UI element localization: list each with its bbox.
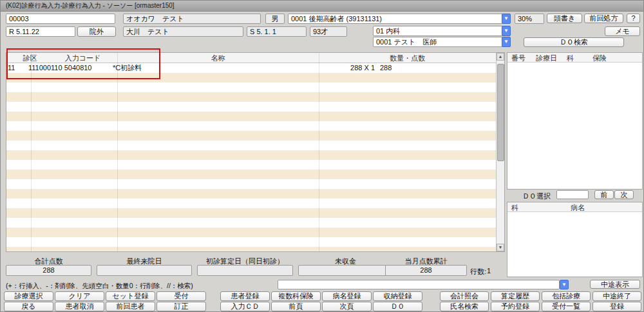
order-row-empty[interactable] — [6, 141, 496, 150]
ingai-button[interactable]: 院外 — [77, 26, 116, 37]
santei-rireki-button[interactable]: 算定履歴 — [491, 291, 540, 301]
zenkai-shoho-button[interactable]: 前回処方 — [584, 14, 623, 23]
uketsuke-button[interactable]: 受付 — [156, 291, 206, 301]
order-row-empty[interactable] — [6, 189, 496, 199]
order-row-empty[interactable] — [6, 121, 496, 131]
month-points-field: 288 — [385, 265, 467, 276]
order-row-empty[interactable] — [6, 237, 496, 247]
order-row-empty[interactable] — [6, 131, 496, 141]
chuto-shuryo-button[interactable]: 中途終了 — [592, 291, 641, 301]
toroku-button[interactable]: 登録 — [592, 302, 641, 311]
clear-button[interactable]: クリア — [55, 291, 104, 301]
col-input-code: 入力コード — [48, 54, 117, 63]
column-divider — [319, 53, 319, 251]
order-row-empty[interactable] — [6, 208, 496, 218]
department-dropdown-arrow-icon[interactable]: ▼ — [502, 26, 511, 36]
shimei-kensaku-button[interactable]: 氏名検索 — [440, 302, 489, 311]
do-next-button[interactable]: 次 — [614, 190, 634, 199]
scroll-down-icon[interactable]: ▼ — [497, 244, 504, 251]
order-table-scrollbar[interactable]: ▲ ▼ — [496, 53, 504, 251]
order-row-empty[interactable] — [6, 218, 496, 228]
order-row-points: 288 — [380, 63, 392, 73]
set-toroku-button[interactable]: セット登録 — [106, 291, 155, 301]
order-row-empty[interactable] — [6, 170, 496, 179]
order-row-empty[interactable] — [6, 247, 496, 251]
zenkai-kanja-button[interactable]: 前回患者 — [106, 302, 155, 311]
patient-kanji-name: 大川 テスト — [123, 26, 243, 37]
teisei-button[interactable]: 訂正 — [156, 302, 206, 311]
do-search-button[interactable]: ＤＯ検索 — [524, 37, 624, 47]
do-button[interactable]: ＤＯ — [373, 302, 422, 311]
order-row-empty[interactable] — [6, 228, 496, 237]
department-select[interactable]: 01 内科 — [373, 26, 511, 36]
prev-page-button[interactable]: 前頁 — [271, 302, 321, 311]
order-table[interactable]: 診区 入力コード 名称 数量・点数 11 111000110 5040810 *… — [6, 52, 505, 252]
do-history-header: 番号 診療日 科 保険 — [507, 53, 642, 63]
do-history-panel[interactable]: 番号 診療日 科 保険 — [507, 52, 643, 190]
order-row-empty[interactable] — [6, 102, 496, 112]
order-table-body[interactable]: 11 111000110 5040810 *C初診料 288 X 1 288 — [6, 63, 496, 251]
shuno-toroku-button[interactable]: 収納登録 — [373, 291, 422, 301]
col-insurance: 保険 — [592, 54, 607, 63]
col-disease-name: 病名 — [571, 203, 585, 213]
input-help-note: (+：行挿入、-：剤削除、先頭空白・数量0：行削除、//：検索) — [6, 282, 193, 291]
doctor-select[interactable]: 0001 テスト 医師 — [373, 37, 511, 47]
scrollbar-thumb[interactable] — [497, 64, 504, 161]
kaikei-shokai-button[interactable]: 会計照会 — [440, 291, 489, 301]
shinryo-sentaku-button[interactable]: 診療選択 — [4, 291, 53, 301]
byomei-toroku-button[interactable]: 病名登録 — [322, 291, 372, 301]
order-row-empty[interactable] — [6, 150, 496, 160]
order-row[interactable]: 11 111000110 5040810 *C初診料 288 X 1 288 — [6, 63, 496, 73]
order-row-empty[interactable] — [6, 199, 496, 208]
age-field: 93才 — [310, 26, 347, 37]
quick-input-dropdown-arrow-icon[interactable]: ▼ — [560, 280, 569, 289]
visit-date-input[interactable] — [6, 26, 75, 37]
input-cd-button[interactable]: 入力ＣＤ — [220, 302, 270, 311]
back-button[interactable]: 戻る — [4, 302, 53, 311]
col-number: 番号 — [511, 54, 526, 63]
next-page-button[interactable]: 次頁 — [322, 302, 372, 311]
order-row-empty[interactable] — [6, 73, 496, 83]
chuto-hyoji-button[interactable]: 中途表示 — [590, 280, 640, 289]
doctor-dropdown-arrow-icon[interactable]: ▼ — [502, 37, 511, 47]
line-count-value: 1 — [487, 267, 491, 275]
order-row-empty[interactable] — [6, 83, 496, 92]
kanja-toroku-button[interactable]: 患者登録 — [220, 291, 270, 301]
patient-sex: 男 — [265, 14, 285, 24]
do-select-label: ＤＯ選択 — [522, 191, 551, 201]
col-dept: 科 — [567, 54, 574, 63]
order-row-shinku: 11 — [8, 63, 15, 73]
yoyaku-toroku-button[interactable]: 予約登録 — [491, 302, 540, 311]
insurance-dropdown-arrow-icon[interactable]: ▼ — [502, 14, 511, 24]
quick-input-combo[interactable] — [278, 280, 560, 289]
column-divider — [31, 53, 32, 251]
col-shinku: 診区 — [12, 54, 48, 63]
scroll-up-icon[interactable]: ▲ — [497, 53, 504, 61]
column-divider — [117, 53, 118, 251]
memo-button[interactable]: メモ — [605, 26, 640, 36]
hokatsu-shinryo-button[interactable]: 包括診療 — [542, 291, 591, 301]
uketsuke-ichiran-button[interactable]: 受付一覧 — [542, 302, 591, 311]
do-prev-button[interactable]: 前 — [594, 190, 614, 199]
line-count-label: 行数: — [470, 267, 486, 277]
order-table-header: 診区 入力コード 名称 数量・点数 — [6, 53, 504, 63]
title-bar: (K02)診療行為入力-診療行為入力 - ソーソー [ormaster150] — [1, 1, 644, 12]
unpaid-field — [298, 265, 393, 276]
fukusuka-hoken-button[interactable]: 複数科保険 — [271, 291, 321, 301]
insurance-select[interactable]: 0001 後期高齢者 (39131131) — [288, 14, 511, 24]
help-button[interactable]: ? — [627, 14, 640, 23]
order-row-empty[interactable] — [6, 179, 496, 189]
last-visit-field — [97, 265, 192, 276]
disease-panel[interactable]: 科 病名 — [507, 202, 643, 277]
col-treatment-date: 診療日 — [536, 54, 557, 63]
patient-id-input[interactable] — [6, 14, 115, 24]
order-row-empty[interactable] — [6, 92, 496, 102]
col-name: 名称 — [117, 54, 319, 63]
kanja-torikeshi-button[interactable]: 患者取消 — [55, 302, 104, 311]
atamagaki-button[interactable]: 頭書き — [547, 14, 582, 23]
do-select-input[interactable] — [556, 190, 589, 199]
patient-kana-name: オオカワ テスト — [123, 14, 261, 24]
order-row-empty[interactable] — [6, 112, 496, 121]
total-points-field: 288 — [6, 265, 91, 276]
order-row-empty[interactable] — [6, 160, 496, 170]
